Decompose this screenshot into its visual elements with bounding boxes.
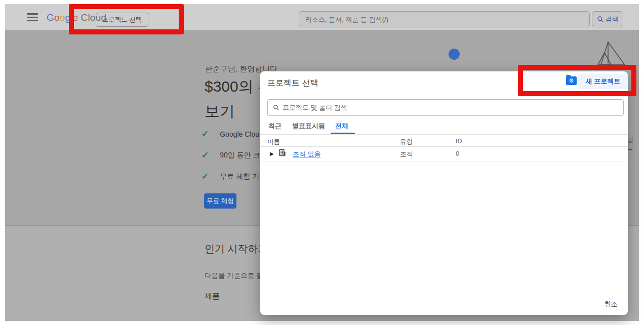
project-picker-dialog: 프로젝트 선택 ⚙ 새 프로젝트 최근 별표표시됨 전체 이름 유형 ID ▶ …: [260, 71, 628, 315]
page: GoogleCloud 프로젝트 선택 검색 한준구님, 환영합니다 $300의…: [0, 0, 644, 325]
clipped-background-text: 있는: [627, 137, 637, 150]
divider: [260, 146, 628, 147]
organization-icon: [278, 149, 286, 156]
search-icon: [597, 16, 604, 23]
logo-google-word: Google: [47, 12, 78, 23]
org-row-type: 조직: [400, 150, 413, 159]
project-search-field: [267, 99, 624, 116]
check-icon: ✓: [202, 150, 209, 160]
products-label: 제품: [205, 292, 220, 301]
column-header-id: ID: [456, 138, 462, 145]
check-icon: ✓: [202, 171, 209, 182]
checklist-item: ✓ 무료 체험 기간: [202, 171, 266, 182]
expand-arrow-icon[interactable]: ▶: [270, 151, 274, 156]
checklist-item: ✓ Google Clou: [202, 129, 259, 139]
dialog-title: 프로젝트 선택: [267, 78, 318, 89]
global-search-input[interactable]: [299, 11, 590, 27]
tab-recent[interactable]: 최근: [268, 121, 281, 131]
divider: [260, 134, 628, 135]
search-button-label: 검색: [606, 15, 619, 24]
check-icon: ✓: [202, 129, 209, 139]
org-row-id: 0: [456, 150, 459, 157]
project-search-input[interactable]: [283, 104, 623, 111]
checklist-item: ✓ 90일 동안 크: [202, 150, 260, 160]
divider: [260, 161, 628, 161]
search-button[interactable]: 검색: [592, 11, 623, 27]
gear-folder-icon: ⚙: [566, 76, 577, 85]
free-trial-button[interactable]: 무료 체험: [204, 193, 236, 209]
tab-starred[interactable]: 별표표시됨: [292, 121, 325, 131]
new-project-button[interactable]: 새 프로젝트: [578, 74, 628, 89]
search-icon: [273, 104, 279, 111]
tab-all[interactable]: 전체: [335, 121, 348, 131]
column-header-name: 이름: [267, 138, 280, 146]
getting-started-subtext: 다음을 기준으로 필: [205, 271, 263, 280]
org-row-link[interactable]: 조직 없음: [293, 150, 321, 159]
getting-started-heading: 인기 시작하기: [205, 242, 268, 256]
global-search-field: [299, 11, 590, 27]
free-credit-heading-line2: 보기: [205, 101, 235, 122]
cancel-button[interactable]: 취소: [604, 300, 618, 309]
menu-icon[interactable]: [27, 13, 38, 21]
triangle-illustration: [596, 38, 628, 68]
project-select-button[interactable]: 프로젝트 선택: [96, 13, 148, 27]
column-header-type: 유형: [400, 138, 413, 146]
